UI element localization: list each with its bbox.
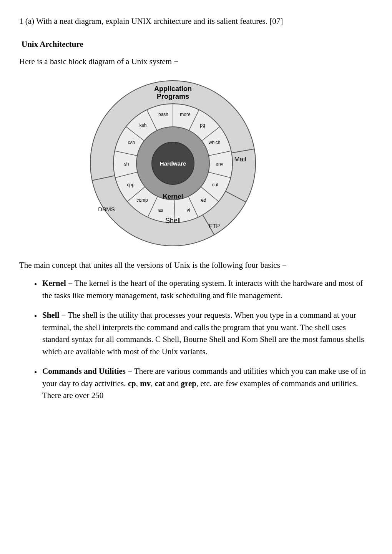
- label-ftp: FTP: [209, 222, 220, 229]
- label-csh: csh: [128, 140, 135, 145]
- shell-label: Shell: [42, 310, 59, 320]
- cmd-text2: and: [165, 379, 181, 388]
- label-bash: bash: [158, 112, 168, 117]
- main-concept-text: The main concept that unites all the ver…: [19, 259, 373, 272]
- basics-list: Kernel − The kernel is the heart of the …: [19, 277, 373, 402]
- label-which: which: [208, 140, 221, 145]
- label-cpp: cpp: [127, 182, 135, 187]
- cmd-sep1: ,: [136, 379, 140, 388]
- intro-text: Here is a basic block diagram of a Unix …: [19, 56, 373, 68]
- label-dbms: DBMS: [98, 206, 115, 212]
- label-hardware: Hardware: [160, 160, 186, 167]
- label-env: env: [216, 161, 223, 167]
- shell-text: − The shell is the utility that processe…: [42, 310, 364, 356]
- label-mail: Mail: [234, 156, 246, 163]
- question-text: 1 (a) With a neat diagram, explain UNIX …: [19, 15, 373, 28]
- label-pg: pg: [200, 123, 205, 128]
- cmd-mv: mv: [140, 379, 151, 388]
- label-shell-ring: Shell: [165, 217, 181, 224]
- label-programs: Programs: [157, 93, 189, 100]
- unix-architecture-diagram: Application Programs Mail DBMS FTP bash …: [0, 75, 373, 252]
- label-vi: vi: [187, 207, 190, 213]
- label-sh: sh: [124, 161, 129, 167]
- label-cut: cut: [212, 182, 219, 187]
- cmd-grep: grep: [181, 379, 196, 388]
- label-ed: ed: [201, 197, 206, 203]
- kernel-label: Kernel: [42, 279, 66, 288]
- label-application: Application: [154, 85, 192, 93]
- label-as: as: [158, 207, 163, 213]
- cmd-cat: cat: [155, 379, 165, 388]
- cmd-sep2: ,: [151, 379, 155, 388]
- cmd-cp: cp: [128, 379, 136, 388]
- label-kernel-ring: Kernel: [163, 193, 183, 200]
- section-title: Unix Architecture: [22, 38, 373, 51]
- label-more: more: [180, 112, 191, 117]
- list-item-shell: Shell − The shell is the utility that pr…: [41, 309, 373, 358]
- label-comp: comp: [136, 197, 148, 203]
- kernel-text: − The kernel is the heart of the operati…: [42, 279, 363, 300]
- list-item-commands: Commands and Utilities − There are vario…: [41, 365, 373, 402]
- list-item-kernel: Kernel − The kernel is the heart of the …: [41, 277, 373, 302]
- label-ksh: ksh: [140, 123, 147, 128]
- diagram-svg: Application Programs Mail DBMS FTP bash …: [85, 75, 261, 252]
- cmd-label: Commands and Utilities: [42, 367, 126, 376]
